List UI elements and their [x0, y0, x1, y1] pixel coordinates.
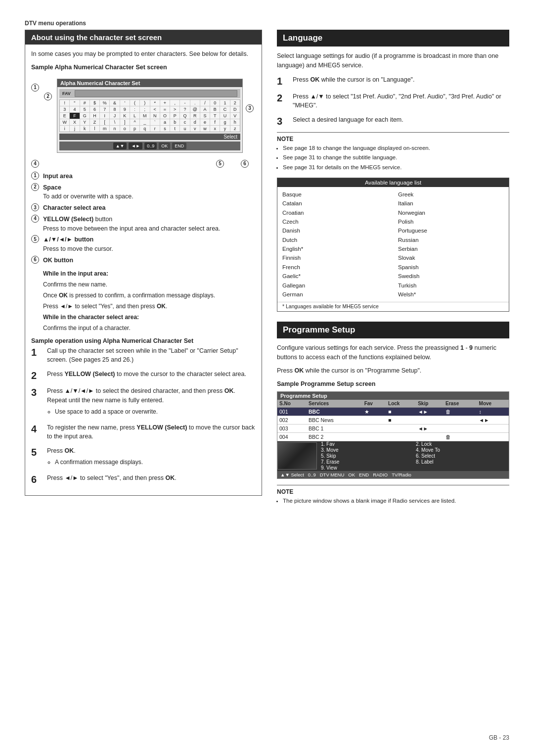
- char-cell: q: [140, 126, 149, 132]
- step-6: 6 Press ◄/► to select "Yes", and then pr…: [31, 473, 256, 485]
- char-grid: ! " # $ % & ' ( ) *: [59, 99, 240, 132]
- note-1: See page 18 to change the language displ…: [283, 144, 509, 152]
- lang-item: Russian: [398, 236, 504, 244]
- char-btn-end[interactable]: END: [172, 142, 186, 149]
- char-cell: 6: [90, 106, 99, 112]
- col-erase: Erase: [444, 400, 477, 408]
- char-cell: ?: [180, 106, 189, 112]
- prog-legend: 1. Fav 2. Lock 3. Move 4. Move To 5. Ski…: [321, 441, 505, 471]
- char-cell: N: [150, 113, 160, 119]
- char-cell: J: [110, 113, 119, 119]
- table-row: 001 BBC ★ ■ ◄► 🗑 ↕: [277, 407, 509, 416]
- char-cell: Z: [90, 119, 99, 125]
- sample-screen-heading: Sample Alpha Numerical Character Set scr…: [31, 64, 256, 71]
- lang-item: Slovak: [398, 253, 504, 262]
- legend-item: 9. View: [321, 465, 410, 471]
- char-cell: d: [190, 119, 200, 125]
- lang-item: French: [282, 263, 388, 272]
- char-cell: ;: [140, 106, 149, 112]
- table-header: S.No Services Fav Lock Skip Erase Move: [277, 400, 509, 408]
- char-cell: <: [150, 106, 160, 112]
- lang-footnote: * Languages available for MHEG5 service: [277, 302, 509, 311]
- char-btn-ok[interactable]: OK: [159, 142, 170, 149]
- char-cell: V: [230, 113, 240, 119]
- char-cell: .: [190, 100, 200, 106]
- char-cell: $: [90, 100, 99, 106]
- legend-item: 5. Skip: [321, 453, 410, 459]
- char-cell: Y: [80, 119, 89, 125]
- cell-service: BBC News: [307, 416, 362, 424]
- page: DTV menu operations About using the char…: [0, 0, 534, 756]
- char-cell: ^: [130, 119, 139, 125]
- char-cell: *: [150, 100, 160, 106]
- prog-preview: 1. Fav 2. Lock 3. Move 4. Move To 5. Ski…: [277, 441, 509, 471]
- char-cell-active: F: [70, 113, 79, 119]
- char-cell: m: [100, 126, 109, 132]
- bottom-bar-text: ▲▼ Select: [280, 472, 304, 477]
- col-fav: Fav: [362, 400, 386, 408]
- char-cell: u: [180, 126, 189, 132]
- prog-sample-heading: Sample Programme Setup screen: [277, 380, 509, 387]
- annotation-list: 1 Input area 2 SpaceTo add or overwrite …: [31, 172, 256, 265]
- cell-fav: [362, 416, 386, 424]
- char-cell: 9: [120, 106, 130, 112]
- char-cell: X: [70, 119, 79, 125]
- char-cell: >: [170, 106, 179, 112]
- lang-list-header: Available language list: [277, 178, 509, 187]
- cell-skip: [416, 416, 444, 424]
- language-note: NOTE See page 18 to change the language …: [277, 132, 509, 172]
- annot-5: 5: [216, 160, 224, 168]
- table-row: 003 BBC 1 ◄►: [277, 424, 509, 432]
- char-cell: y: [220, 126, 229, 132]
- note-2: See page 31 to change the subtitle langu…: [283, 153, 509, 162]
- char-cell: l: [90, 126, 99, 132]
- char-cell: W: [60, 119, 69, 125]
- step-5: 5 Press OK. A confirmation message displ…: [31, 446, 256, 469]
- legend-item: 3. Move: [321, 447, 410, 453]
- char-cell: ]: [120, 119, 130, 125]
- lang-step-2: 2 Press ▲/▼ to select "1st Pref. Audio",…: [277, 92, 509, 111]
- char-cell: ): [140, 100, 149, 106]
- char-btn-09[interactable]: 0..9: [144, 142, 157, 149]
- legend-item: 7. Erase: [321, 459, 410, 465]
- char-cell: B: [210, 106, 220, 112]
- char-cell: #: [80, 100, 89, 106]
- annot-item-3: 3 Character select area: [31, 203, 256, 213]
- cell-move: [477, 424, 509, 432]
- char-cell: k: [80, 126, 89, 132]
- char-screen-body: FAV ! " # $: [57, 87, 242, 152]
- char-fav-bar: [75, 90, 237, 97]
- step-3: 3 Press ▲/▼/◄/► to select the desired ch…: [31, 386, 256, 418]
- char-btn-lr[interactable]: ◄►: [129, 142, 142, 149]
- annot-badge-5: 5: [31, 235, 39, 243]
- annot-4: 4: [31, 160, 39, 168]
- char-cell: j: [70, 126, 79, 132]
- char-cell: H: [90, 113, 99, 119]
- legend-item: 2. Lock: [416, 441, 505, 447]
- language-note-label: NOTE: [277, 136, 509, 142]
- about-section: About using the character set screen In …: [25, 30, 262, 496]
- char-cell: w: [200, 126, 210, 132]
- char-cell: Q: [180, 113, 189, 119]
- legend-item: 1. Fav: [321, 441, 410, 447]
- lang-list-box: Available language list Basque Catalan C…: [277, 178, 509, 312]
- sample-op-heading: Sample operation using Alpha Numerical C…: [31, 337, 256, 344]
- char-cell: t: [170, 126, 179, 132]
- annot-item-5: 5 ▲/▼/◄/► buttonPress to move the cursor…: [31, 235, 256, 254]
- ok-detail-text-4: Confirms the input of a character.: [43, 324, 256, 332]
- lang-item: Czech: [282, 217, 388, 226]
- char-cell: %: [100, 100, 109, 106]
- char-cell: T: [210, 113, 220, 119]
- char-cell: a: [160, 119, 170, 125]
- lang-step-3: 3 Select a desired language for each ite…: [277, 115, 509, 127]
- operation-steps: 1 Call up the character set screen while…: [31, 346, 256, 485]
- annot-badge-1: 1: [31, 172, 39, 180]
- char-btn-arrows[interactable]: ▲▼: [113, 142, 127, 149]
- char-cell: &: [110, 100, 119, 106]
- char-cell: 3: [60, 106, 69, 112]
- col-move: Move: [477, 400, 509, 408]
- char-cell: 7: [100, 106, 109, 112]
- char-cell: \: [110, 119, 119, 125]
- cell-lock: ■: [386, 407, 416, 416]
- lang-item: Gaelic*: [282, 272, 388, 281]
